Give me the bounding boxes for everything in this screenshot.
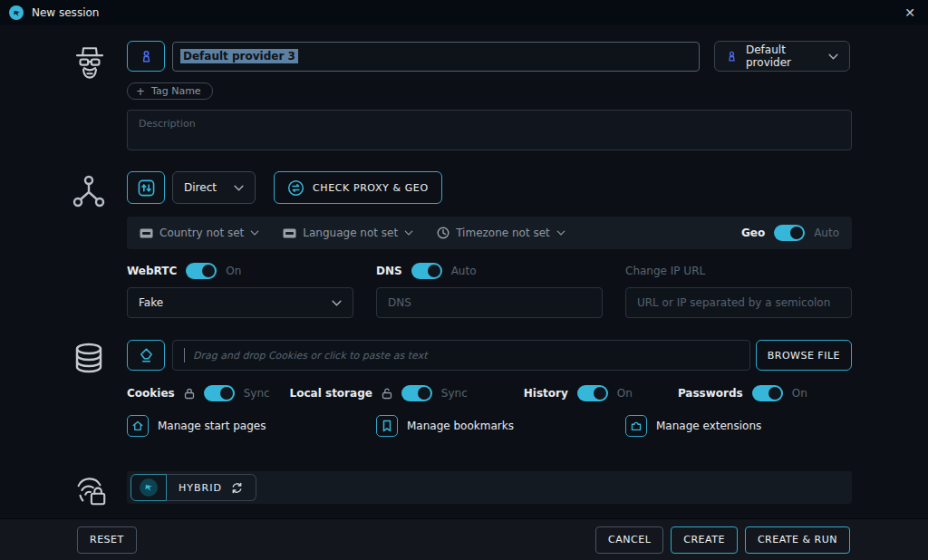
new-session-dialog: New session ✕: [0, 0, 928, 560]
browse-file-button[interactable]: BROWSE FILE: [756, 340, 852, 371]
clock-icon: [437, 227, 450, 239]
dns-label: DNS: [376, 265, 402, 277]
cookies-toggle-group: Cookies Sync: [127, 385, 270, 401]
cookies-toggle[interactable]: [204, 385, 235, 401]
app-logo-icon: [140, 478, 158, 497]
provider-dropdown[interactable]: Default provider: [714, 41, 850, 72]
manage-extensions-button[interactable]: Manage extensions: [625, 415, 852, 437]
profile-gutter: [0, 41, 127, 150]
create-button[interactable]: CREATE: [671, 526, 738, 554]
manage-bookmarks-button[interactable]: Manage bookmarks: [376, 415, 603, 437]
proxy-type-button[interactable]: [127, 171, 165, 204]
dns-state: Auto: [451, 265, 477, 277]
fingerprint-lock-icon: [71, 471, 109, 509]
country-label: Country not set: [160, 227, 244, 239]
fingerprint-mode-button[interactable]: HYBRID: [130, 474, 256, 501]
footer-bar: RESET CANCEL CREATE CREATE & RUN: [0, 518, 928, 560]
local-storage-toggle-group: Local storage Sync: [290, 385, 468, 401]
session-name-selected-text: Default provider 3: [180, 49, 298, 63]
fingerprint-logo-segment[interactable]: [130, 474, 167, 501]
manage-start-pages-button[interactable]: Manage start pages: [127, 415, 353, 437]
profile-section: Default provider 3 Default provider: [0, 41, 928, 150]
chevron-down-icon: [556, 230, 566, 236]
timezone-dropdown[interactable]: Timezone not set: [437, 227, 566, 239]
session-name-input[interactable]: Default provider 3: [172, 42, 700, 72]
proxy-mode-label: Direct: [184, 181, 217, 194]
webrtc-mode-dropdown[interactable]: Fake: [127, 287, 353, 318]
text-cursor: [184, 348, 185, 362]
chevron-down-icon: [828, 53, 838, 60]
proxy-section: Direct CHECK PROXY & GEO: [0, 171, 928, 318]
eraser-icon: [138, 347, 155, 364]
browse-file-label: BROWSE FILE: [768, 350, 840, 362]
dns-field-wrap: [376, 287, 603, 318]
sync-toggles-row: Cookies Sync Local storage: [127, 385, 852, 401]
country-dropdown[interactable]: Country not set: [140, 227, 259, 239]
reset-label: RESET: [90, 534, 124, 546]
history-state: On: [617, 387, 633, 400]
cookies-dropzone[interactable]: Drag and drop Cookies or click to paste …: [172, 340, 750, 371]
clear-cookies-button[interactable]: [127, 340, 165, 371]
change-ip-column: Change IP URL: [625, 263, 852, 318]
dns-toggle[interactable]: [411, 263, 442, 279]
regenerate-icon: [230, 481, 244, 495]
passwords-state: On: [792, 387, 807, 400]
description-textarea[interactable]: [139, 118, 840, 142]
lock-open-icon: [382, 388, 392, 400]
timezone-label: Timezone not set: [456, 227, 550, 239]
webrtc-toggle[interactable]: [186, 263, 217, 279]
local-storage-label: Local storage: [290, 387, 372, 400]
geo-toggle[interactable]: [774, 225, 805, 241]
cancel-button[interactable]: CANCEL: [595, 526, 663, 554]
app-logo-icon: [9, 5, 24, 20]
profile-avatar-button[interactable]: [127, 41, 165, 72]
webrtc-label: WebRTC: [127, 265, 177, 277]
manage-extensions-label: Manage extensions: [656, 420, 761, 432]
check-proxy-geo-button[interactable]: CHECK PROXY & GEO: [274, 171, 442, 204]
create-and-run-label: CREATE & RUN: [758, 534, 837, 546]
webrtc-column: WebRTC On Fake: [127, 263, 353, 318]
dns-column: DNS Auto: [376, 263, 603, 318]
lock-closed-icon: [184, 388, 195, 400]
chevron-down-icon: [332, 300, 342, 306]
database-icon: [71, 341, 107, 437]
up-down-arrows-icon: [138, 179, 155, 197]
local-storage-toggle[interactable]: [401, 385, 432, 401]
chevron-down-icon: [234, 185, 244, 191]
proxy-mode-dropdown[interactable]: Direct: [172, 171, 256, 204]
reset-button[interactable]: RESET: [77, 526, 137, 554]
swap-arrows-icon: [287, 179, 304, 197]
manage-start-pages-label: Manage start pages: [158, 420, 266, 432]
geo-settings-strip: Country not set Language not set: [127, 217, 852, 249]
language-label: Language not set: [303, 227, 398, 239]
history-toggle[interactable]: [577, 385, 608, 401]
storage-gutter: [0, 340, 127, 437]
network-proxy-icon: [71, 173, 107, 318]
fingerprint-mode-segment[interactable]: HYBRID: [167, 474, 256, 501]
chevron-down-icon: [404, 230, 413, 236]
proxy-gutter: [0, 171, 127, 318]
dns-input[interactable]: [388, 296, 591, 309]
cookies-dropzone-placeholder: Drag and drop Cookies or click to paste …: [193, 350, 428, 362]
geo-toggle-label: Geo: [741, 227, 765, 239]
bookmark-icon: [376, 415, 398, 437]
change-ip-label: Change IP URL: [625, 265, 705, 277]
description-textarea-wrap: [127, 110, 852, 150]
cancel-label: CANCEL: [608, 534, 651, 546]
incognito-profile-icon: [71, 43, 109, 150]
geo-toggle-state: Auto: [814, 227, 839, 239]
change-ip-field-wrap: [625, 287, 852, 318]
change-ip-input[interactable]: [637, 296, 840, 309]
add-tag-button[interactable]: + Tag Name: [127, 82, 213, 100]
chevron-down-icon: [250, 230, 259, 236]
create-label: CREATE: [683, 534, 725, 546]
flag-icon: [140, 228, 153, 238]
create-and-run-button[interactable]: CREATE & RUN: [745, 526, 850, 554]
fingerprint-mode-label: HYBRID: [179, 482, 222, 494]
close-icon[interactable]: ✕: [901, 5, 919, 21]
titlebar: New session ✕: [0, 0, 928, 25]
flag-icon: [283, 228, 296, 238]
language-dropdown[interactable]: Language not set: [283, 227, 413, 239]
passwords-toggle[interactable]: [752, 385, 783, 401]
history-toggle-group: History On: [524, 385, 633, 401]
